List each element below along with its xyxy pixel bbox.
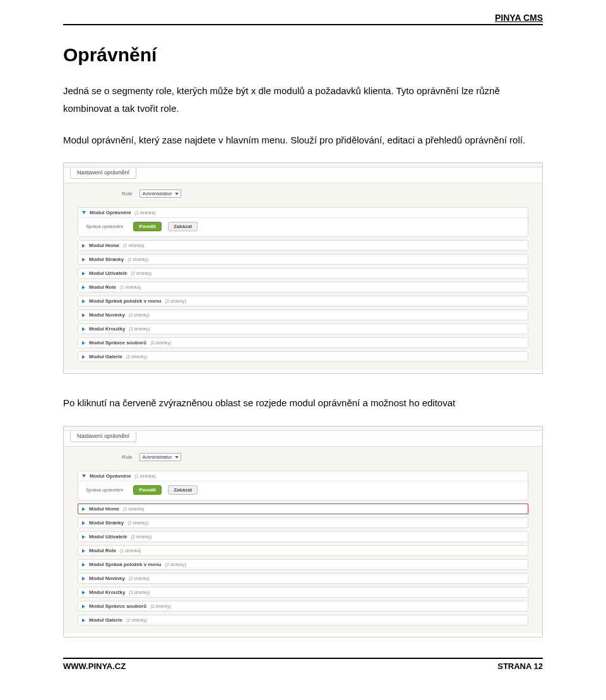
module-row[interactable]: Modul Novinky(2 stránky): [78, 573, 528, 584]
chevron-down-icon: [175, 193, 179, 195]
paragraph-1: Jedná se o segmenty role, kterých může b…: [63, 82, 543, 118]
screenshot-2: Nastavení oprávnění Role Administrátor M…: [63, 426, 543, 637]
module-count: (1 stránka): [134, 210, 155, 215]
chevron-right-icon: [82, 258, 85, 262]
brand: PINYA CMS: [63, 13, 543, 23]
module-title: Modul Stránky: [89, 520, 124, 526]
role-label: Role: [122, 454, 132, 460]
deny-button[interactable]: Zakázat: [168, 485, 198, 495]
module-row[interactable]: Modul Role(1 stránka): [78, 282, 528, 293]
module-row[interactable]: Modul Stránky(2 stránky): [78, 254, 528, 265]
module-row[interactable]: Modul Správce souborů(2 stránky): [78, 601, 528, 612]
module-count: (2 stránky): [126, 618, 147, 622]
chevron-right-icon: [82, 549, 85, 553]
module-title: Modul Oprávnění: [90, 210, 131, 215]
module-opravneni-expanded[interactable]: Modul Oprávnění (1 stránka) Správa opráv…: [78, 207, 528, 237]
chevron-right-icon: [82, 563, 85, 567]
chevron-right-icon: [82, 591, 85, 594]
module-row[interactable]: Modul Kroužky(3 stránky): [78, 323, 528, 334]
module-count: (3 stránky): [129, 590, 150, 594]
module-row[interactable]: Modul Role(1 stránka): [78, 545, 528, 556]
module-count: (2 stránky): [131, 271, 152, 275]
module-row[interactable]: Modul Kroužky(3 stránky): [78, 587, 528, 598]
divider: [63, 658, 543, 659]
module-row[interactable]: Modul Galerie(2 stránky): [78, 615, 528, 625]
module-title: Modul Galerie: [89, 354, 122, 359]
module-title: Modul Uživatelé: [89, 534, 127, 540]
chevron-down-icon: [82, 211, 86, 214]
module-row[interactable]: Modul Galerie(2 stránky): [78, 351, 528, 362]
screenshot-1: Nastavení oprávnění Role Administrátor M…: [63, 162, 543, 374]
permission-row-label: Správa oprávnění: [86, 224, 123, 229]
module-title: Modul Kroužky: [89, 326, 125, 332]
chevron-right-icon: [82, 244, 85, 248]
role-select-value: Administrátor: [142, 454, 172, 460]
chevron-right-icon: [82, 619, 85, 622]
module-count: (1 stránka): [123, 507, 144, 511]
module-title: Modul Galerie: [89, 617, 122, 623]
paragraph-3: Po kliknutí na červeně zvýrazněnou oblas…: [63, 394, 543, 412]
module-title: Modul Kroužky: [89, 589, 125, 595]
module-count: (1 stránka): [134, 474, 155, 478]
chevron-right-icon: [82, 355, 85, 359]
module-row[interactable]: Modul Uživatelé(2 stránky): [78, 531, 528, 542]
shot-topbar: [64, 426, 542, 431]
chevron-right-icon: [82, 327, 85, 331]
role-label: Role: [122, 191, 132, 196]
module-title: Modul Uživatelé: [89, 270, 127, 276]
module-count: (2 stránky): [128, 257, 148, 262]
module-title: Modul Novinky: [89, 576, 125, 581]
module-title: Modul Home: [89, 243, 119, 248]
shot-topbar: [64, 163, 542, 167]
footer-page: STRANA 12: [497, 661, 543, 671]
section-tab[interactable]: Nastavení oprávnění: [70, 431, 136, 442]
module-count: (2 stránky): [126, 354, 147, 359]
role-select[interactable]: Administrátor: [140, 190, 181, 198]
allow-button[interactable]: Povolit: [133, 222, 162, 231]
section-tab[interactable]: Nastavení oprávnění: [70, 167, 136, 179]
module-row[interactable]: Modul Novinky(2 stránky): [78, 310, 528, 320]
role-select[interactable]: Administrátor: [140, 453, 181, 461]
module-row[interactable]: Modul Správá položek v menu(2 stránky): [78, 296, 528, 306]
module-count: (2 stránky): [129, 576, 150, 581]
chevron-right-icon: [82, 535, 85, 539]
chevron-down-icon: [82, 474, 86, 478]
chevron-right-icon: [82, 507, 85, 511]
allow-button[interactable]: Povolit: [133, 485, 162, 495]
module-title: Modul Oprávnění: [90, 473, 131, 479]
module-title: Modul Role: [89, 548, 116, 553]
module-count: (1 stránka): [120, 548, 141, 553]
module-row[interactable]: Modul Stránky(2 stránky): [78, 517, 528, 528]
module-count: (2 stránky): [150, 604, 171, 608]
module-count: (2 stránky): [150, 341, 171, 345]
chevron-right-icon: [82, 272, 85, 275]
module-opravneni-expanded[interactable]: Modul Oprávnění (1 stránka) Správa opráv…: [78, 471, 528, 500]
module-title: Modul Správá položek v menu: [89, 298, 162, 304]
module-row[interactable]: Modul Home(1 stránka): [78, 240, 528, 251]
module-title: Modul Novinky: [89, 312, 125, 318]
module-row[interactable]: Modul Uživatelé(2 stránky): [78, 268, 528, 279]
module-count: (1 stránka): [123, 243, 144, 248]
module-row[interactable]: Modul Home(1 stránka): [78, 504, 528, 514]
module-count: (2 stránky): [165, 299, 186, 303]
module-title: Modul Home: [89, 506, 119, 512]
paragraph-2: Modul oprávnění, který zase najdete v hl…: [63, 131, 543, 149]
chevron-down-icon: [175, 456, 179, 459]
permission-row-label: Správa oprávnění: [86, 487, 123, 493]
module-title: Modul Správce souborů: [89, 603, 146, 609]
chevron-right-icon: [82, 286, 85, 289]
module-count: (1 stránka): [120, 285, 141, 289]
footer: WWW.PINYA.CZ STRANA 12: [63, 661, 543, 671]
module-title: Modul Správce souborů: [89, 340, 146, 346]
module-title: Modul Stránky: [89, 256, 124, 262]
footer-site: WWW.PINYA.CZ: [63, 661, 126, 671]
chevron-right-icon: [82, 577, 85, 581]
module-title: Modul Role: [89, 284, 116, 290]
deny-button[interactable]: Zakázat: [168, 222, 198, 231]
chevron-right-icon: [82, 299, 85, 303]
module-row[interactable]: Modul Správce souborů(2 stránky): [78, 337, 528, 348]
chevron-right-icon: [82, 341, 85, 345]
module-row[interactable]: Modul Správá položek v menu(2 stránky): [78, 559, 528, 570]
chevron-right-icon: [82, 605, 85, 608]
module-count: (2 stránky): [128, 521, 148, 525]
